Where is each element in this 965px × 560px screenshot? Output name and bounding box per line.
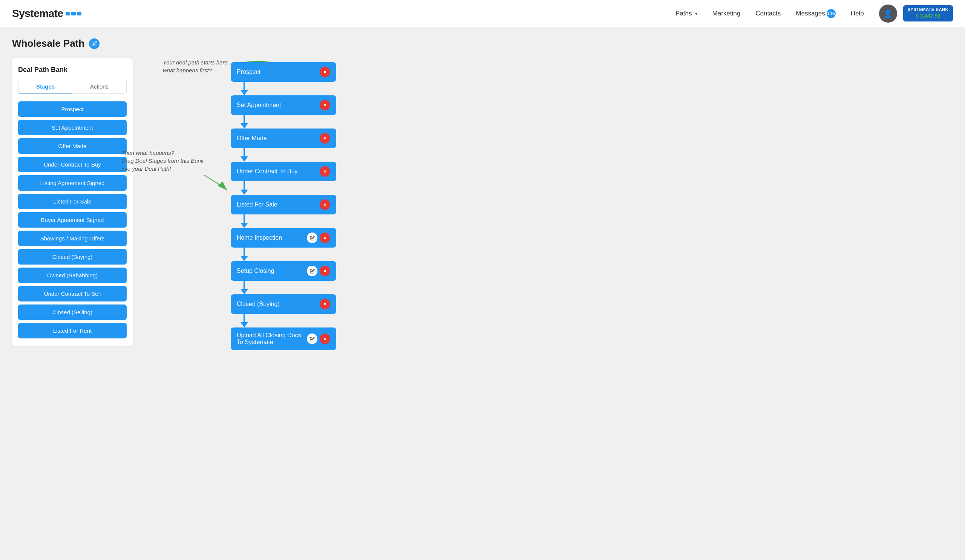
stage-listed-for-sale[interactable]: Listed For Sale [18,194,127,209]
stage-under-contract-to-buy[interactable]: Under Contract To Buy [18,157,127,172]
stage-showings-making-offers[interactable]: Showings / Making Offers [18,231,127,246]
node-actions-home-inspection [307,232,330,243]
sidebar: Deal Path Bank Stages Actions Prospect S… [12,59,132,346]
logo[interactable]: Systemate [12,8,82,20]
remove-offer-made-button[interactable] [320,133,330,144]
path-node-setup-closing: Setup Closing [231,261,336,281]
remove-setup-closing-button[interactable] [320,266,330,276]
remove-upload-closing-docs-button[interactable] [320,333,330,344]
messages-badge: 116 [827,9,836,18]
tab-row: Stages Actions [18,80,127,94]
edit-upload-closing-docs-button[interactable] [307,333,317,344]
avatar[interactable]: 👤 [879,5,897,23]
connector-3 [240,181,249,195]
remove-prospect-button[interactable] [320,67,330,77]
logo-dot-1 [65,12,70,15]
bank-label: SYSTEMATE BANK [908,7,949,12]
edit-home-inspection-button[interactable] [307,232,317,243]
stage-offer-made[interactable]: Offer Made [18,138,127,154]
node-label-prospect: Prospect [237,69,320,75]
header: Systemate Paths ▾ Marketing Contacts Mes… [0,0,965,27]
node-label-setup-closing: Setup Closing [237,268,307,274]
connector-7 [240,314,249,328]
page-title-row: Wholesale Path [12,38,953,49]
stage-prospect[interactable]: Prospect [18,101,127,117]
remove-under-contract-buy-button[interactable] [320,166,330,177]
mid-annotation-text: Then what happens?Drag Deal Stages from … [121,149,204,173]
node-actions-setup-closing [307,266,330,276]
tab-actions[interactable]: Actions [72,80,126,93]
node-actions-set-appointment [320,100,330,110]
node-actions-closed-buying [320,299,330,309]
remove-home-inspection-button[interactable] [320,232,330,243]
stage-buyer-agreement-signed[interactable]: Buyer Agreement Signed [18,212,127,228]
header-right: 👤 SYSTEMATE BANK $ 3,447.58 [879,5,953,23]
logo-text: Systemate [12,8,63,20]
nav-messages[interactable]: Messages 116 [796,9,835,18]
remove-set-appointment-button[interactable] [320,100,330,110]
bank-badge[interactable]: SYSTEMATE BANK $ 3,447.58 [903,5,953,21]
node-actions-prospect [320,67,330,77]
path-node-under-contract-buy: Under Contract To Buy [231,162,336,181]
logo-dot-2 [71,12,76,15]
node-label-home-inspection: Home Inspection [237,234,307,241]
svg-marker-25 [240,256,248,261]
stage-owned-rehabbing[interactable]: Owned (Rehabbing) [18,268,127,283]
edit-setup-closing-button[interactable] [307,266,317,276]
edit-page-title-button[interactable] [89,38,100,49]
stage-closed-buying[interactable]: Closed (Buying) [18,249,127,264]
tab-stages[interactable]: Stages [18,80,72,93]
svg-marker-5 [240,90,248,95]
logo-dot-3 [77,12,82,15]
node-label-set-appointment: Set Appointment [237,102,320,109]
remove-closed-buying-button[interactable] [320,299,330,309]
node-actions-upload-closing-docs [307,333,330,344]
canvas-area: Your deal path starts here...what happen… [132,59,953,360]
stage-closed-selling[interactable]: Closed (Selling) [18,304,127,320]
connector-2 [240,148,249,162]
node-actions-listed-for-sale [320,199,330,210]
node-actions-under-contract-buy [320,166,330,177]
mid-annotation: Then what happens?Drag Deal Stages from … [121,149,204,173]
node-actions-offer-made [320,133,330,144]
page: Wholesale Path Deal Path Bank Stages Act… [0,27,965,371]
node-label-listed-for-sale: Listed For Sale [237,201,320,208]
stage-listed-for-rent[interactable]: Listed For Rent [18,323,127,338]
connector-5 [240,248,249,261]
path-node-listed-for-sale: Listed For Sale [231,195,336,214]
bank-amount: $ 3,447.58 [908,12,949,20]
svg-marker-13 [240,157,248,162]
remove-listed-for-sale-button[interactable] [320,199,330,210]
nav-help[interactable]: Help [851,10,864,17]
path-node-home-inspection: Home Inspection [231,228,336,248]
nav-contacts[interactable]: Contacts [756,10,781,17]
svg-marker-21 [240,223,248,228]
svg-marker-17 [240,189,248,195]
stage-set-appointment[interactable]: Set Appointment [18,120,127,135]
stage-listing-agreement-signed[interactable]: Listing Agreement Signed [18,175,127,191]
chevron-down-icon: ▾ [695,11,697,16]
node-label-under-contract-buy: Under Contract To Buy [237,168,320,175]
path-node-prospect: Prospect [231,62,336,82]
start-annotation-text: Your deal path starts here...what happen… [163,59,232,74]
path-node-upload-closing-docs: Upload All Closing Docs To Systemate [231,328,336,350]
stage-under-contract-to-sell[interactable]: Under Contract To Sell [18,286,127,302]
logo-dots [65,12,82,15]
path-flow: Then what happens?Drag Deal Stages from … [231,59,938,350]
svg-marker-33 [240,322,248,328]
start-annotation: Your deal path starts here...what happen… [163,59,232,74]
node-label-offer-made: Offer Made [237,135,320,142]
page-title: Wholesale Path [12,38,84,49]
svg-marker-29 [240,289,248,294]
connector-0 [240,82,249,95]
stage-list: Prospect Set Appointment Offer Made Unde… [18,101,127,338]
nav-marketing[interactable]: Marketing [712,10,741,17]
main-nav: Paths ▾ Marketing Contacts Messages 116 … [676,9,864,18]
path-node-closed-buying: Closed (Buying) [231,294,336,314]
main-layout: Deal Path Bank Stages Actions Prospect S… [12,59,953,360]
nav-paths[interactable]: Paths ▾ [676,10,697,17]
connector-4 [240,214,249,228]
connector-1 [240,115,249,129]
path-node-offer-made: Offer Made [231,129,336,148]
svg-marker-9 [240,123,248,129]
